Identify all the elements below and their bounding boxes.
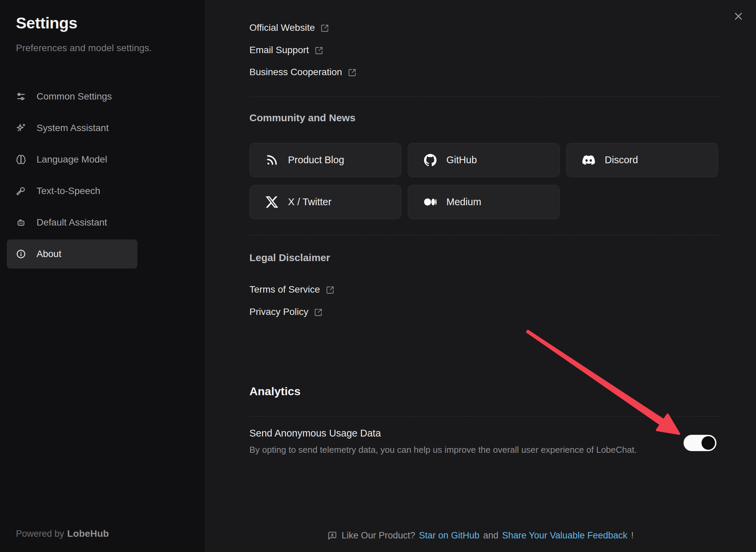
sidebar-item-system-assistant[interactable]: System Assistant <box>7 113 137 143</box>
sidebar-item-language-model[interactable]: Language Model <box>7 145 137 174</box>
page-subtitle: Preferences and model settings. <box>16 43 152 54</box>
analytics-heading: Analytics <box>249 385 301 398</box>
footer-text: Like Our Product? <box>341 530 415 541</box>
button-label: GitHub <box>446 154 477 166</box>
feedback-footer: Like Our Product? Star on GitHub and Sha… <box>205 530 756 541</box>
sidebar-item-label: Common Settings <box>37 91 112 102</box>
product-blog-button[interactable]: Product Blog <box>249 143 401 177</box>
privacy-policy-link[interactable]: Privacy Policy <box>249 305 323 319</box>
toggle-knob <box>702 436 715 450</box>
sidebar-item-common-settings[interactable]: Common Settings <box>7 82 137 111</box>
rss-icon <box>266 154 278 166</box>
external-link-icon <box>320 24 329 33</box>
external-link-icon <box>348 68 356 77</box>
star-on-github-link[interactable]: Star on GitHub <box>419 530 480 541</box>
external-link-icon <box>314 308 323 317</box>
brain-icon <box>16 154 26 165</box>
divider <box>249 416 720 417</box>
x-twitter-icon <box>266 196 278 208</box>
powered-by: Powered by LobeHub <box>16 528 109 539</box>
github-button[interactable]: GitHub <box>408 143 560 177</box>
feedback-bubble-icon <box>328 531 337 540</box>
button-label: X / Twitter <box>288 196 331 208</box>
contact-us-heading: Contact Us <box>249 0 303 2</box>
community-heading: Community and News <box>249 112 355 124</box>
sidebar-item-label: System Assistant <box>37 123 109 133</box>
button-label: Medium <box>446 196 481 208</box>
medium-button[interactable]: Medium <box>408 185 560 219</box>
footer-text: ! <box>631 530 634 541</box>
divider <box>249 97 720 97</box>
settings-modal: Settings Preferences and model settings.… <box>0 0 756 552</box>
lobehub-brand[interactable]: LobeHub <box>67 528 109 539</box>
sidebar-item-default-assistant[interactable]: Default Assistant <box>7 208 137 237</box>
sidebar-item-label: Default Assistant <box>37 217 107 228</box>
discord-icon <box>582 154 595 166</box>
email-support-link[interactable]: Email Support <box>249 43 323 57</box>
footer-text: and <box>483 530 498 541</box>
sidebar-item-label: Language Model <box>37 154 107 165</box>
page-title: Settings <box>16 14 77 32</box>
telemetry-setting-description: By opting to send telemetry data, you ca… <box>249 445 637 455</box>
x-twitter-button[interactable]: X / Twitter <box>249 185 401 219</box>
divider <box>249 235 720 235</box>
telemetry-toggle[interactable] <box>684 435 716 451</box>
info-icon <box>16 249 26 259</box>
business-cooperation-link[interactable]: Business Cooperation <box>249 65 356 79</box>
github-icon <box>424 154 437 166</box>
link-label: Official Website <box>249 22 315 33</box>
mic-icon <box>16 186 26 196</box>
powered-by-label: Powered by <box>16 529 64 539</box>
sidebar-item-about[interactable]: About <box>7 239 137 269</box>
discord-button[interactable]: Discord <box>566 143 718 177</box>
settings-sidebar: Settings Preferences and model settings.… <box>0 0 205 552</box>
medium-icon <box>424 196 437 208</box>
button-label: Discord <box>605 154 638 166</box>
sidebar-item-label: About <box>37 249 61 259</box>
about-settings-panel: Contact Us Official Website Email Suppor… <box>205 0 756 552</box>
external-link-icon <box>326 286 334 294</box>
link-label: Email Support <box>249 45 309 56</box>
link-label: Business Cooperation <box>249 67 342 78</box>
sparkles-icon <box>16 123 26 133</box>
sidebar-item-label: Text-to-Speech <box>37 186 100 196</box>
telemetry-setting-label: Send Anonymous Usage Data <box>249 428 381 439</box>
bot-icon <box>16 217 26 228</box>
external-link-icon <box>315 46 323 55</box>
official-website-link[interactable]: Official Website <box>249 21 329 35</box>
link-label: Privacy Policy <box>249 306 308 317</box>
terms-of-service-link[interactable]: Terms of Service <box>249 283 334 296</box>
close-button[interactable] <box>731 9 746 24</box>
sliders-icon <box>16 91 26 102</box>
legal-heading: Legal Disclaimer <box>249 252 330 263</box>
share-feedback-link[interactable]: Share Your Valuable Feedback <box>502 530 627 541</box>
button-label: Product Blog <box>288 154 344 166</box>
sidebar-item-text-to-speech[interactable]: Text-to-Speech <box>7 176 137 206</box>
link-label: Terms of Service <box>249 284 320 295</box>
